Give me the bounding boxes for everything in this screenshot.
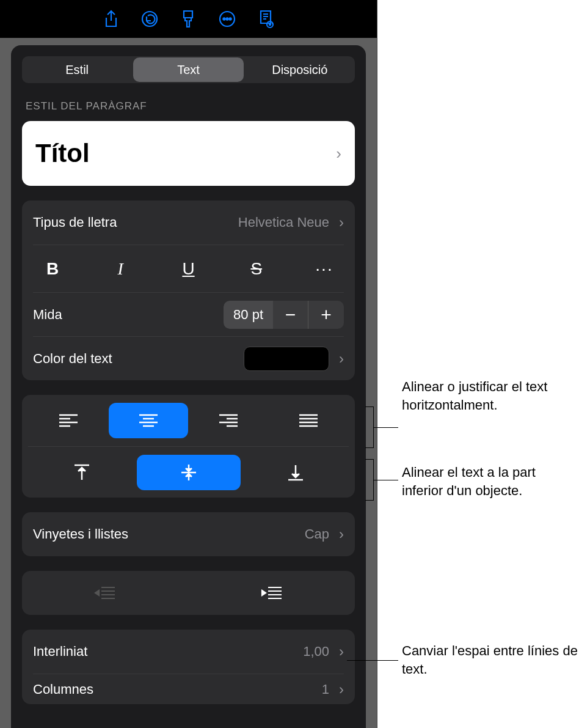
align-top-button[interactable] — [30, 455, 134, 490]
align-middle-button[interactable] — [137, 455, 241, 490]
segmented-tabs: Estil Text Disposició — [22, 56, 355, 83]
svg-point-2 — [223, 18, 225, 20]
bullets-row[interactable]: Vinyetes i llistes Cap › — [33, 512, 344, 556]
underline-button[interactable]: U — [173, 255, 205, 283]
callout-spacing: Canviar l'espai entre línies de text. — [402, 642, 579, 678]
svg-point-6 — [269, 24, 271, 25]
chevron-right-icon: › — [339, 681, 344, 698]
size-increment-button[interactable]: + — [308, 301, 344, 329]
columns-row[interactable]: Columnes 1 › — [33, 674, 344, 704]
align-center-button[interactable] — [109, 403, 188, 438]
size-value[interactable]: 80 pt — [224, 301, 273, 329]
font-card: Tipus de lletra Helvetica Neue › B I U S… — [22, 200, 355, 380]
line-spacing-row[interactable]: Interliniat 1,00 › — [33, 630, 344, 674]
bullets-label: Vinyetes i llistes — [33, 526, 128, 542]
outdent-button[interactable] — [22, 585, 189, 601]
text-color-row[interactable]: Color del text › — [33, 336, 344, 380]
presenter-icon[interactable] — [247, 7, 284, 31]
align-left-button[interactable] — [29, 403, 108, 438]
tab-style[interactable]: Estil — [22, 56, 132, 83]
chevron-right-icon: › — [339, 350, 344, 367]
undo-icon[interactable] — [131, 7, 168, 31]
chevron-right-icon: › — [336, 144, 341, 163]
align-justify-button[interactable] — [269, 403, 348, 438]
tab-layout[interactable]: Disposició — [245, 56, 355, 83]
align-bottom-button[interactable] — [244, 455, 348, 490]
alignment-card — [22, 395, 355, 498]
more-styles-button[interactable]: ··· — [308, 255, 340, 283]
columns-label: Columnes — [33, 682, 93, 697]
svg-point-4 — [229, 18, 231, 20]
chevron-right-icon: › — [339, 643, 344, 660]
tab-text[interactable]: Text — [133, 57, 243, 82]
font-value: Helvetica Neue — [238, 215, 329, 230]
spacing-card: Interliniat 1,00 › Columnes 1 › — [22, 630, 355, 704]
font-label: Tipus de lletra — [33, 215, 117, 230]
size-decrement-button[interactable]: − — [273, 301, 308, 329]
text-style-row: B I U S ··· — [33, 245, 344, 292]
bold-button[interactable]: B — [37, 255, 68, 283]
callout-valign: Alinear el text a la part inferior d'un … — [402, 463, 579, 499]
align-right-button[interactable] — [189, 403, 268, 438]
size-stepper: 80 pt − + — [224, 301, 344, 329]
more-circle-icon[interactable] — [209, 7, 246, 31]
svg-point-3 — [226, 18, 228, 20]
italic-button[interactable]: I — [104, 255, 136, 283]
line-spacing-value: 1,00 — [303, 644, 329, 660]
paragraph-style-label: Estil del paràgraf — [22, 100, 355, 112]
size-label: Mida — [33, 307, 62, 323]
share-icon[interactable] — [93, 7, 129, 31]
callouts: Alinear o justificar el text horitzontal… — [365, 0, 579, 728]
format-panel: Estil Text Disposició Estil del paràgraf… — [11, 45, 366, 728]
vertical-align-row — [28, 446, 349, 498]
text-color-label: Color del text — [33, 351, 112, 367]
bullets-card: Vinyetes i llistes Cap › — [22, 512, 355, 556]
size-row: Mida 80 pt − + — [33, 292, 344, 336]
horizontal-align-row — [28, 395, 349, 446]
text-color-swatch[interactable] — [244, 347, 329, 371]
chevron-right-icon: › — [339, 214, 344, 231]
indent-button[interactable] — [189, 585, 355, 601]
strikethrough-button[interactable]: S — [241, 255, 272, 283]
paragraph-style-value: Títol — [35, 139, 90, 168]
columns-value: 1 — [322, 682, 329, 697]
callout-halign: Alinear o justificar el text horitzontal… — [402, 378, 579, 414]
format-brush-icon[interactable] — [170, 7, 206, 31]
bullets-value: Cap — [305, 526, 329, 542]
top-toolbar — [0, 0, 377, 38]
font-row[interactable]: Tipus de lletra Helvetica Neue › — [33, 200, 344, 245]
chevron-right-icon: › — [339, 526, 344, 543]
line-spacing-label: Interliniat — [33, 644, 87, 660]
paragraph-style-row[interactable]: Títol › — [22, 121, 355, 186]
indent-card — [22, 571, 355, 615]
